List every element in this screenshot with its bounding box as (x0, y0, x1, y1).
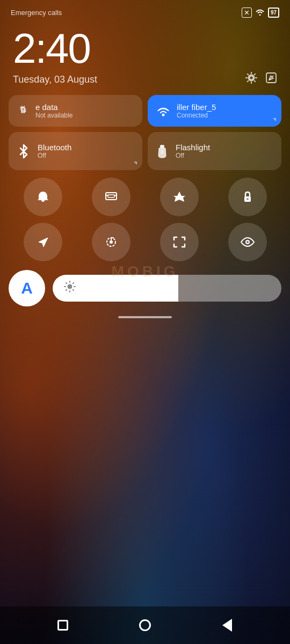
mobile-data-subtitle: Not available (35, 112, 73, 119)
flashlight-icon (156, 144, 168, 159)
battery-percent: 97 (271, 10, 277, 16)
battery-box: 97 (268, 8, 279, 18)
status-icons: ✕ 97 (242, 8, 279, 18)
svg-text:⇅: ⇅ (19, 105, 27, 114)
svg-rect-5 (160, 145, 164, 148)
home-icon (139, 619, 151, 631)
wifi-tile-text: iller fiber_5 Connected (177, 103, 216, 119)
svg-rect-7 (106, 193, 117, 200)
svg-point-12 (110, 240, 113, 244)
sound-button[interactable] (24, 178, 62, 216)
flashlight-tile-subtitle: Off (176, 152, 210, 159)
nav-home-button[interactable] (133, 613, 157, 637)
status-bar: Emergency calls ✕ 97 (0, 0, 290, 22)
svg-point-15 (68, 284, 72, 289)
tile-row-2: Bluetooth Off Flashlight Off (9, 132, 281, 170)
home-indicator (118, 316, 172, 318)
bottom-row: A (0, 270, 290, 306)
airplane-button[interactable] (160, 178, 199, 216)
reading-mode-button[interactable] (228, 223, 267, 261)
flashlight-tile[interactable]: Flashlight Off (148, 132, 281, 170)
settings-icon[interactable] (245, 71, 258, 87)
back-icon (222, 619, 232, 632)
mobile-data-text: e data Not available (35, 103, 73, 119)
auto-rotate-button[interactable] (92, 223, 130, 261)
avatar[interactable]: A (9, 270, 45, 306)
home-indicator-area (0, 312, 290, 320)
bluetooth-tile-subtitle: Off (38, 152, 71, 159)
wifi-tile-title: iller fiber_5 (177, 103, 216, 112)
screen-cast-button[interactable] (92, 178, 130, 216)
svg-point-10 (247, 198, 249, 200)
bluetooth-icon (17, 144, 30, 159)
flashlight-tile-text: Flashlight Off (176, 143, 210, 159)
svg-rect-6 (161, 150, 164, 154)
brightness-icon (63, 280, 76, 296)
recent-apps-icon (57, 620, 68, 631)
mobile-data-icon: ⇅ (17, 105, 29, 117)
svg-point-14 (247, 241, 249, 243)
navigation-bar (0, 606, 290, 644)
wifi-icon (255, 8, 265, 17)
wifi-tile-arrow (273, 118, 276, 121)
bluetooth-tile-arrow (134, 162, 137, 165)
nav-back-button[interactable] (215, 613, 239, 637)
circle-row-2 (0, 223, 290, 261)
flashlight-tile-title: Flashlight (176, 143, 210, 152)
clock-section: 2:40 Tuesday, 03 August (0, 22, 290, 95)
wifi-tile-subtitle: Connected (177, 112, 216, 119)
battery-indicator: 97 (268, 8, 279, 18)
mobile-data-tile[interactable]: ⇅ e data Not available (9, 95, 142, 127)
clock-actions (245, 71, 277, 87)
svg-point-4 (162, 113, 165, 116)
brightness-slider[interactable] (53, 275, 281, 302)
svg-point-0 (250, 76, 253, 80)
avatar-letter: A (21, 279, 33, 297)
svg-rect-8 (108, 195, 114, 197)
tiles-section: ⇅ e data Not available (0, 95, 290, 170)
bluetooth-tile-text: Bluetooth Off (38, 143, 71, 159)
screenshot-button[interactable] (160, 223, 199, 261)
circle-row-1 (0, 178, 290, 216)
emergency-calls-text: Emergency calls (11, 9, 62, 17)
clock-time: 2:40 (13, 27, 277, 69)
no-sim-icon: ✕ (242, 8, 252, 18)
tile-row-1: ⇅ e data Not available (9, 95, 281, 127)
edit-icon[interactable] (265, 72, 277, 87)
nav-recent-button[interactable] (51, 613, 75, 637)
clock-row: Tuesday, 03 August (13, 71, 277, 87)
wifi-tile[interactable]: iller fiber_5 Connected (148, 95, 281, 127)
wifi-tile-icon (156, 106, 170, 116)
clock-date: Tuesday, 03 August (13, 74, 97, 85)
bluetooth-tile[interactable]: Bluetooth Off (9, 132, 142, 170)
location-button[interactable] (24, 223, 62, 261)
lock-button[interactable] (228, 178, 267, 216)
mobile-data-title: e data (35, 103, 73, 112)
bluetooth-tile-title: Bluetooth (38, 143, 71, 152)
